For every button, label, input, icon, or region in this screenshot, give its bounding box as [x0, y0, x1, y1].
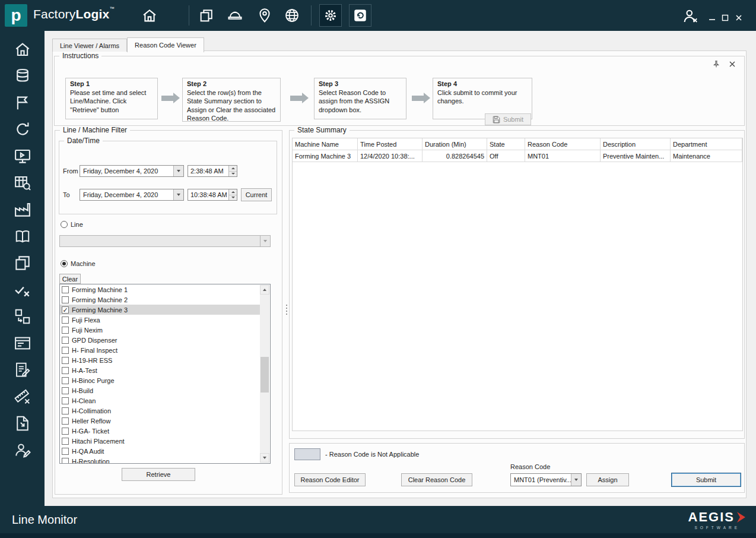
checkbox-icon[interactable] [62, 347, 69, 354]
globe-icon[interactable] [284, 7, 300, 24]
spin-down-icon[interactable] [229, 195, 237, 201]
retrieve-button[interactable]: Retrieve [122, 468, 195, 481]
machine-radio[interactable]: Machine [61, 260, 96, 267]
scrollbar-thumb[interactable] [261, 357, 269, 393]
checkbox-icon[interactable] [62, 448, 69, 455]
instructions-submit-button[interactable]: Submit [485, 113, 531, 125]
chevron-down-icon[interactable] [571, 474, 581, 486]
table-row[interactable]: Forming Machine 3 12/4/2020 10:38:... 0.… [293, 150, 742, 162]
checkbox-icon[interactable] [62, 337, 69, 344]
scroll-up-icon[interactable] [260, 285, 269, 295]
to-time-input[interactable]: 10:38:48 AM [188, 189, 237, 201]
reason-code-editor-button[interactable]: Reason Code Editor [294, 473, 366, 486]
machine-list-item[interactable]: H-QA Audit [60, 446, 260, 456]
ruler-reject-icon[interactable] [14, 388, 31, 406]
machine-list-item[interactable]: GPD Dispenser [60, 335, 260, 345]
home-icon[interactable] [141, 7, 158, 24]
checkbox-icon[interactable] [62, 387, 69, 394]
spin-up-icon[interactable] [229, 166, 237, 171]
machine-list-item[interactable]: H-Collimation [60, 406, 260, 416]
machine-list-item[interactable]: H-Clean [60, 395, 260, 406]
submit-button[interactable]: Submit [671, 473, 741, 487]
panel-splitter[interactable] [285, 305, 288, 315]
column-header[interactable]: Machine Name [293, 138, 358, 150]
machine-list-item[interactable]: Forming Machine 2 [60, 295, 260, 305]
close-button[interactable] [734, 13, 744, 23]
clear-button[interactable]: Clear [59, 274, 81, 284]
radio-selected-icon[interactable] [61, 260, 68, 267]
settings-gear-icon[interactable] [319, 4, 342, 27]
location-pin-icon[interactable] [256, 7, 273, 24]
machine-list-item[interactable]: Heller Reflow [60, 416, 260, 426]
machine-list-item[interactable]: H-Build [60, 385, 260, 395]
close-icon[interactable] [729, 61, 736, 68]
machine-list-item[interactable]: Fuji Flexa [60, 315, 260, 325]
checkbox-icon[interactable] [62, 397, 69, 404]
refresh-icon[interactable] [14, 121, 31, 138]
pages-icon[interactable] [198, 7, 215, 24]
documentation-icon[interactable] [14, 227, 31, 245]
checkbox-icon[interactable] [62, 377, 69, 384]
from-date-select[interactable]: Friday, December 4, 2020 [80, 165, 184, 177]
report-edit-icon[interactable] [14, 361, 31, 379]
factory-icon[interactable] [14, 201, 31, 219]
machine-list-item[interactable]: H-19-HR ESS [60, 355, 260, 365]
database-icon[interactable] [14, 67, 31, 85]
column-header[interactable]: Description [601, 138, 671, 150]
user-logout-icon[interactable] [681, 7, 698, 24]
machine-list-item[interactable]: H-Resolution [60, 456, 260, 464]
scroll-down-icon[interactable] [260, 453, 269, 463]
clear-reason-code-button[interactable]: Clear Reason Code [401, 473, 472, 486]
column-header[interactable]: State [487, 138, 525, 150]
checkbox-icon[interactable] [62, 458, 69, 464]
column-header[interactable]: Time Posted [358, 138, 423, 150]
hardhat-icon[interactable] [227, 7, 243, 24]
vertical-scrollbar[interactable] [260, 285, 269, 463]
checkbox-icon[interactable] [62, 367, 69, 374]
column-header[interactable]: Department [671, 138, 742, 150]
assign-button[interactable]: Assign [586, 473, 629, 486]
copy-pages-icon[interactable] [14, 254, 31, 272]
machine-list-item[interactable]: Forming Machine 1 [60, 284, 260, 295]
machine-list-item-selected[interactable]: Forming Machine 3 [60, 305, 260, 315]
checkbox-icon[interactable] [62, 417, 69, 425]
checkbox-icon[interactable] [62, 428, 69, 435]
export-file-icon[interactable] [14, 414, 31, 432]
maximize-button[interactable] [720, 13, 730, 23]
home-icon[interactable] [14, 40, 31, 58]
machine-list-item[interactable]: H- Final Inspect [60, 345, 260, 355]
checkbox-icon[interactable] [62, 317, 69, 324]
chevron-down-icon[interactable] [173, 189, 183, 200]
line-radio[interactable]: Line [61, 221, 83, 228]
machine-list-item[interactable]: H-Binoc Purge [60, 375, 260, 385]
pin-icon[interactable] [712, 60, 720, 68]
radio-icon[interactable] [61, 221, 68, 228]
checkbox-icon[interactable] [62, 357, 69, 364]
from-time-input[interactable]: 2:38:48 AM [188, 165, 237, 177]
monitor-icon[interactable] [14, 147, 31, 165]
tab-reason-code-viewer[interactable]: Reason Code Viewer [127, 37, 204, 52]
history-icon[interactable] [349, 4, 371, 27]
machine-list-item[interactable]: Fuji Nexim [60, 325, 260, 335]
reason-code-select[interactable]: MNT01 (Preventiv... [510, 473, 582, 486]
tab-line-viewer-alarms[interactable]: Line Viewer / Alarms [52, 39, 127, 52]
checkbox-checked-icon[interactable] [62, 306, 69, 314]
to-date-select[interactable]: Friday, December 4, 2020 [80, 189, 184, 201]
column-header[interactable]: Reason Code [525, 138, 601, 150]
checkbox-icon[interactable] [62, 296, 69, 303]
checkbox-icon[interactable] [62, 407, 69, 414]
chevron-down-icon[interactable] [173, 166, 183, 176]
machine-list-item[interactable]: H-A-Test [60, 365, 260, 375]
milestone-flag-icon[interactable] [14, 94, 31, 112]
data-grid-search-icon[interactable] [14, 174, 31, 192]
checkbox-icon[interactable] [62, 286, 69, 293]
operator-signoff-icon[interactable] [14, 441, 31, 459]
machine-list-item[interactable]: H-GA- Ticket [60, 426, 260, 436]
checkbox-icon[interactable] [62, 438, 69, 445]
panel-card-icon[interactable] [14, 334, 31, 352]
pass-fail-icon[interactable] [14, 281, 31, 299]
current-button[interactable]: Current [241, 188, 272, 201]
machine-list-item[interactable]: Hitachi Placement [60, 436, 260, 446]
spin-down-icon[interactable] [229, 171, 237, 177]
move-items-icon[interactable] [14, 308, 31, 325]
